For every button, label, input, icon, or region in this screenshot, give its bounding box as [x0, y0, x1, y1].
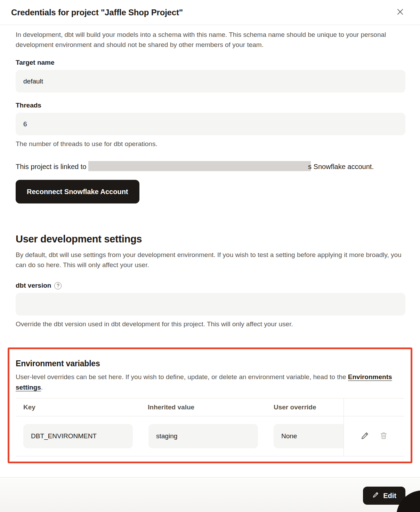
edit-pencil-icon	[372, 491, 379, 500]
column-header-inherited-value: Inherited value	[148, 403, 274, 411]
env-vars-highlight: Environment variables User-level overrid…	[8, 347, 412, 463]
redacted-account-name	[88, 161, 311, 171]
user-dev-settings-description: By default, dbt will use settings from y…	[16, 250, 405, 270]
table-column-divider	[344, 398, 344, 456]
delete-row-button[interactable]	[379, 431, 388, 441]
column-header-user-override: User override	[274, 403, 344, 411]
dbt-version-label-text: dbt version	[16, 282, 51, 289]
trash-icon	[379, 431, 388, 441]
help-icon[interactable]: ?	[54, 282, 62, 289]
close-icon	[396, 7, 405, 17]
schema-intro-text: In development, dbt will build your mode…	[16, 30, 405, 50]
threads-input[interactable]	[16, 113, 405, 135]
modal-footer: Edit	[0, 477, 420, 512]
dbt-version-helper-text: Override the dbt version used in dbt dev…	[16, 320, 405, 328]
close-button[interactable]	[395, 7, 405, 18]
edit-button-label: Edit	[383, 492, 396, 500]
env-var-key-cell: DBT_ENVIRONMENT	[23, 424, 133, 448]
env-desc-after-link: .	[41, 384, 43, 391]
linked-text-after: s Snowflake account.	[308, 163, 374, 170]
dbt-version-label: dbt version ?	[16, 282, 405, 289]
env-var-user-override-cell: None	[274, 424, 344, 448]
env-vars-table: Key Inherited value User override DBT_EN…	[16, 398, 404, 456]
pencil-icon	[360, 431, 370, 441]
reconnect-snowflake-button[interactable]: Reconnect Snowflake Account	[16, 180, 139, 203]
user-dev-settings-heading: User development settings	[16, 233, 405, 245]
table-header-row: Key Inherited value User override	[16, 398, 404, 416]
env-vars-heading: Environment variables	[16, 359, 404, 368]
modal-title: Credentials for project "Jaffle Shop Pro…	[11, 8, 183, 17]
edit-row-button[interactable]	[360, 431, 370, 441]
edit-button[interactable]: Edit	[363, 487, 405, 505]
threads-label: Threads	[16, 102, 405, 109]
modal-header: Credentials for project "Jaffle Shop Pro…	[0, 0, 420, 25]
column-header-key: Key	[16, 403, 148, 411]
dbt-version-input[interactable]	[16, 293, 405, 315]
env-vars-description: User-level overrides can be set here. If…	[16, 372, 404, 393]
linked-text-before: This project is linked to	[16, 163, 88, 170]
row-actions	[344, 431, 404, 441]
target-name-input[interactable]	[16, 70, 405, 93]
threads-helper-text: The number of threads to use for dbt ope…	[16, 140, 405, 148]
modal-body: In development, dbt will build your mode…	[0, 30, 420, 463]
snowflake-linked-text: This project is linked to s Snowflake ac…	[16, 160, 405, 173]
env-desc-before-link: User-level overrides can be set here. If…	[16, 373, 348, 381]
env-var-inherited-value-cell: staging	[148, 424, 258, 448]
table-row: DBT_ENVIRONMENT staging None	[16, 416, 404, 456]
target-name-label: Target name	[16, 59, 405, 66]
